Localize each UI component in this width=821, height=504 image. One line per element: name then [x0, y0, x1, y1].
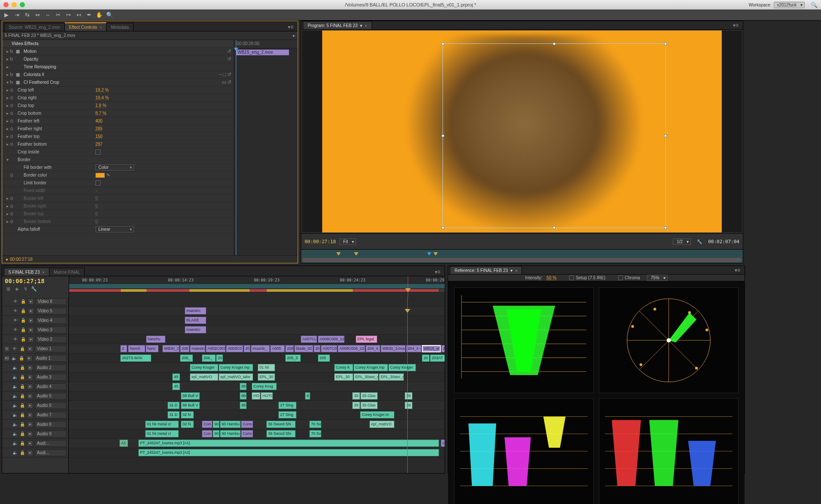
program-viewport[interactable]	[302, 31, 742, 232]
sequence-tab-1[interactable]: 5 FINAL FEB 23×	[4, 268, 49, 276]
clip[interactable]: 206_	[202, 354, 216, 362]
clip[interactable]: maestro	[185, 307, 206, 315]
zoom-tool-icon[interactable]: 🔍	[105, 10, 114, 20]
waveform-scope[interactable]	[454, 287, 594, 393]
feathered-crop-effect[interactable]: ▾fx▦CI Feathered Crop▭ ↺	[2, 79, 234, 86]
audio-track-header[interactable]: 🔈🔒▸Audio 3	[2, 373, 68, 382]
feather-top-param[interactable]: ▸⊙Feather top150	[2, 133, 234, 141]
clip[interactable]: 202T3.WAV	[120, 354, 151, 362]
eye-icon[interactable]: 👁	[12, 309, 18, 313]
lock-icon[interactable]: 🔒	[19, 403, 25, 408]
audio-track-header[interactable]: 🔈🔒▸Audi...	[2, 439, 68, 448]
clip[interactable]: 01 hit metal cr	[145, 430, 179, 437]
clip[interactable]: WB30_3.mov	[381, 345, 406, 352]
clip[interactable]: 90 Hambu	[220, 430, 241, 437]
clip[interactable]: 205_3	[285, 354, 301, 362]
fx-clip-bar[interactable]: WB15_eng_2.mov	[236, 49, 289, 55]
border-color-param[interactable]: ⊙Border color✎	[2, 171, 234, 179]
speaker-icon[interactable]: 🔈	[12, 356, 17, 360]
fx-mini-timeline-ruler[interactable]: 00:00:28:00	[234, 40, 298, 49]
audio-track-header[interactable]: 🔈🔒▸Audio 9	[2, 429, 68, 439]
clip[interactable]: 01 hit metal cr	[145, 421, 179, 428]
rate-stretch-tool-icon[interactable]: ↔	[43, 10, 52, 20]
clip[interactable]: 45	[172, 373, 180, 381]
collapse-button[interactable]: ▸	[26, 355, 32, 361]
collapse-button[interactable]: ▸	[27, 412, 33, 418]
audio-track-lane[interactable]: A1PT_245247_lowres.mp3 [A1]Co	[69, 439, 445, 448]
metadata-tab[interactable]: Metadata	[106, 23, 134, 31]
motion-effect[interactable]: ▸fx▦Motion↺	[2, 48, 234, 55]
clip[interactable]: epl_mattVO	[369, 421, 394, 428]
video-track-header[interactable]: 👁🔒▸Video 5	[2, 306, 68, 316]
clip[interactable]: 88	[240, 383, 247, 390]
lock-icon[interactable]: 🔒	[19, 412, 25, 417]
clip[interactable]: Co	[441, 440, 445, 447]
clip[interactable]: Corey Krug	[252, 383, 277, 390]
clip[interactable]: A003C0	[226, 345, 243, 352]
clip[interactable]: 8	[305, 392, 310, 400]
clip[interactable]: 36 Sword Shi	[266, 430, 296, 437]
clip[interactable]: 31 D	[168, 402, 180, 409]
program-tab[interactable]: Program: 5 FINAL FEB 23▾×	[303, 21, 372, 29]
chevron-right-icon[interactable]: ▸	[293, 33, 295, 38]
clip[interactable]: EPL_30	[334, 373, 353, 381]
rgb-parade-scope[interactable]	[599, 398, 739, 504]
clip[interactable]: maestro	[185, 326, 206, 333]
colorista-effect[interactable]: ▸fx▦Colorista II→□ ↺	[2, 71, 234, 79]
video-effects-group[interactable]: Video Effects	[2, 40, 234, 48]
lock-icon[interactable]: 🔒	[19, 365, 25, 370]
clip[interactable]: EPL legal	[356, 336, 377, 343]
eye-icon[interactable]: 👁	[12, 318, 18, 323]
clip[interactable]: 88	[240, 402, 247, 409]
speaker-icon[interactable]: 🔈	[12, 365, 18, 370]
wrench-icon[interactable]: 🔧	[697, 239, 702, 244]
alpha-falloff-dropdown[interactable]: Linear	[95, 226, 134, 232]
window-zoom-button[interactable]	[20, 2, 25, 7]
video-track-header[interactable]: V👁🔒▸Video 1	[2, 344, 68, 354]
edit-icon[interactable]: →□ ↺	[218, 72, 231, 77]
audio-track-lane[interactable]: Corey KrugerCorey Kruger.mp01 hitCorey K…	[69, 363, 445, 373]
audio-track-header[interactable]: 🔈🔒▸Audio 7	[2, 410, 68, 420]
collapse-button[interactable]: ▸	[28, 318, 34, 324]
lock-icon[interactable]: 🔒	[19, 422, 25, 427]
panel-menu-icon[interactable]: ▾≡	[732, 266, 743, 274]
audio-track-header[interactable]: 🔈🔒▸Audio 2	[2, 363, 68, 373]
clip[interactable]: 90 Hambu	[220, 421, 241, 428]
eye-icon[interactable]: 👁	[12, 327, 18, 332]
clip[interactable]: maestro	[190, 345, 205, 352]
razor-tool-icon[interactable]: ✂	[53, 10, 63, 20]
video-track-lane[interactable]: 2hanchhancWB30_2208maestroA002C007A003C0…	[69, 344, 445, 354]
audio-track-lane[interactable]: 202T3.WAV208_206_20205_320520203AT	[69, 354, 445, 363]
speaker-icon[interactable]: 🔈	[12, 375, 18, 379]
eye-icon[interactable]: 👁	[12, 299, 18, 304]
audio-track-header[interactable]: A1🔈🔒▸Audio 1	[2, 354, 68, 363]
clip[interactable]: Corey Kruger.mp	[354, 364, 388, 371]
audio-track-header[interactable]: 🔈🔒▸Audio 8	[2, 420, 68, 429]
clip[interactable]: A008C006_12	[338, 345, 365, 352]
collapse-button[interactable]: ▸	[27, 346, 33, 352]
video-track-lane[interactable]	[69, 297, 445, 306]
crop-right-param[interactable]: ▸⊙Crop right19.4 %	[2, 94, 234, 102]
clip[interactable]: hanch	[128, 345, 145, 352]
clip[interactable]: hanc	[146, 345, 159, 352]
crop-bottom-param[interactable]: ▸⊙Crop bottom8.7 %	[2, 110, 234, 117]
checkbox[interactable]	[95, 180, 101, 186]
clip[interactable]: 88	[240, 392, 247, 400]
clip[interactable]: 208_	[180, 354, 193, 362]
pen-tool-icon[interactable]: ✒	[84, 10, 94, 20]
speaker-icon[interactable]: 🔈	[12, 403, 18, 408]
eye-icon[interactable]: 👁	[12, 337, 18, 342]
timeline-ruler[interactable]: 00:00:09:2300:00:14:2300:00:19:2300:00:2…	[69, 276, 445, 297]
fill-border-dropdown[interactable]: Color	[95, 164, 134, 171]
slide-tool-icon[interactable]: ↤	[74, 10, 83, 20]
speaker-icon[interactable]: 🔈	[12, 431, 18, 436]
collapse-button[interactable]: ▸	[28, 308, 34, 314]
sync-lock-icon[interactable]: ↯	[22, 286, 29, 292]
fill-border-param[interactable]: Fill border withColor	[2, 164, 234, 171]
clip[interactable]: A008C006_12	[318, 336, 345, 343]
clip[interactable]: A005	[270, 345, 285, 352]
clip[interactable]: 205	[318, 354, 330, 362]
fx-playhead[interactable]	[236, 40, 236, 255]
clip[interactable]: Cons	[241, 421, 253, 428]
reset-icon[interactable]: ↺	[227, 56, 231, 62]
